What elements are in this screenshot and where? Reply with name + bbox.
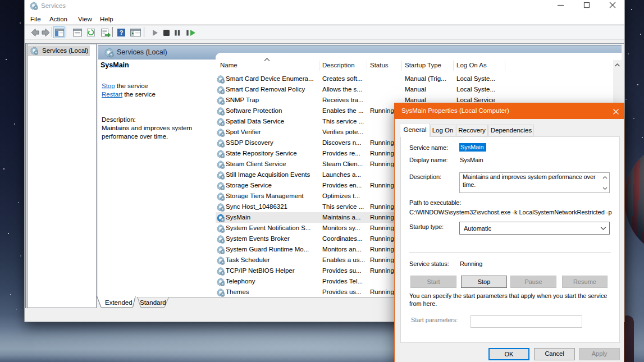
svg-text:Standard: Standard [140,299,166,306]
svg-text:Extended: Extended [105,299,133,306]
svg-text:?: ? [120,29,124,36]
